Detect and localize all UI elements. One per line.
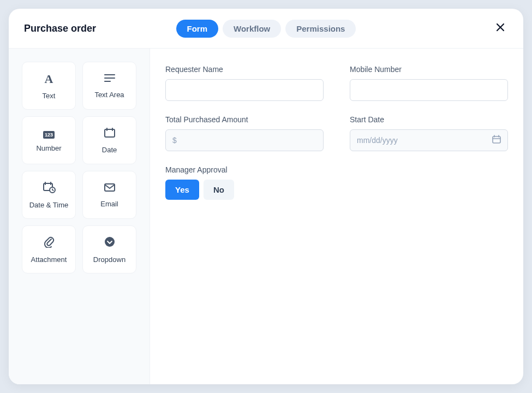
text-icon: A [45,72,53,86]
field-palette-sidebar: A Text Text Area 123 Number [9,49,150,384]
mobile-number-input[interactable] [350,79,508,101]
svg-rect-3 [105,184,115,191]
form-grid: Requester Name Mobile Number Total Purch… [165,65,508,200]
palette-item-label: Text [43,92,56,100]
palette-item-label: Date [102,146,117,154]
palette-item-label: Date & Time [29,201,69,209]
datetime-icon [43,181,56,195]
palette-item-label: Email [100,200,118,208]
modal-window: Purchase order Form Workflow Permissions… [9,9,523,384]
field-mobile-number: Mobile Number [350,65,508,101]
email-icon [104,182,116,194]
palette-item-label: Attachment [31,255,67,264]
total-purchased-input[interactable] [165,129,324,151]
page-title: Purchase order [24,23,96,34]
requester-name-input[interactable] [165,79,324,101]
option-row: Yes No [165,180,324,200]
svg-point-4 [105,237,115,247]
close-button[interactable] [493,20,508,37]
option-no[interactable]: No [204,180,234,200]
field-palette: A Text Text Area 123 Number [22,62,136,273]
start-date-input[interactable] [350,129,508,151]
form-canvas: Requester Name Mobile Number Total Purch… [150,49,523,384]
field-label: Mobile Number [350,65,508,74]
field-start-date: Start Date [350,115,508,151]
palette-item-label: Text Area [94,91,124,99]
palette-item-attachment[interactable]: Attachment [22,225,76,273]
modal-header: Purchase order Form Workflow Permissions [9,9,523,49]
modal-body: A Text Text Area 123 Number [9,49,523,384]
field-total-purchased: Total Purchased Amount [165,115,324,151]
field-label: Requester Name [165,65,324,74]
number-icon: 123 [43,129,55,139]
tab-form[interactable]: Form [176,20,219,38]
field-requester-name: Requester Name [165,65,324,101]
tab-permissions[interactable]: Permissions [285,20,356,38]
svg-rect-0 [105,129,115,137]
textarea-icon [104,73,116,85]
field-label: Total Purchased Amount [165,115,324,124]
field-label: Manager Approval [165,165,324,174]
palette-item-number[interactable]: 123 Number [22,116,76,164]
option-yes[interactable]: Yes [165,180,199,200]
close-icon [495,22,506,33]
palette-item-textarea[interactable]: Text Area [82,62,136,110]
palette-item-text[interactable]: A Text [22,62,76,110]
palette-item-email[interactable]: Email [82,171,136,219]
palette-item-datetime[interactable]: Date & Time [22,171,76,219]
palette-item-label: Number [36,144,61,152]
date-icon [104,127,116,140]
tab-group: Form Workflow Permissions [176,20,356,38]
field-label: Start Date [350,115,508,124]
dropdown-icon [104,236,116,250]
attachment-icon [44,236,55,250]
palette-item-label: Dropdown [93,255,125,264]
field-manager-approval: Manager Approval Yes No [165,165,324,200]
palette-item-dropdown[interactable]: Dropdown [82,225,136,273]
tab-workflow[interactable]: Workflow [223,20,281,38]
palette-item-date[interactable]: Date [82,116,136,164]
